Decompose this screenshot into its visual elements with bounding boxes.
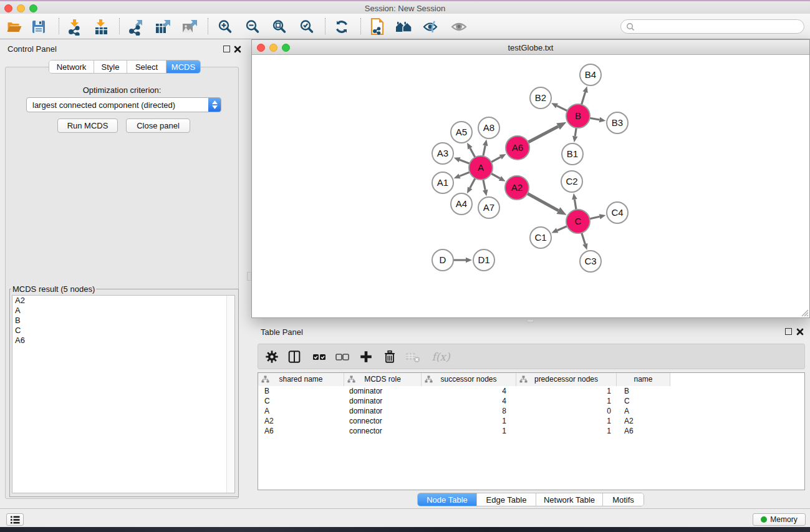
- graph-node-A8[interactable]: A8: [478, 117, 499, 138]
- control-panel-float-button[interactable]: [223, 46, 230, 52]
- table-row[interactable]: Bdominator41B: [258, 386, 804, 396]
- add-column-button[interactable]: [356, 347, 376, 366]
- result-list-item[interactable]: B: [12, 316, 234, 326]
- zoom-fit-button[interactable]: [269, 17, 289, 36]
- table-cell[interactable]: 1: [516, 426, 617, 436]
- zoom-in-button[interactable]: [215, 17, 235, 36]
- close-panel-button[interactable]: Close panel: [126, 118, 190, 133]
- tab-select[interactable]: Select: [127, 60, 166, 73]
- table-panel-float-button[interactable]: [785, 328, 792, 335]
- select-all-checks-button[interactable]: [309, 347, 329, 366]
- result-list-item[interactable]: A6: [12, 336, 234, 346]
- table-cell[interactable]: A: [617, 406, 670, 416]
- export-table-button[interactable]: [153, 17, 173, 36]
- table-cell[interactable]: 1: [516, 396, 617, 406]
- column-header[interactable]: predecessor nodes: [516, 373, 617, 386]
- list-scrollbar[interactable]: [226, 296, 234, 493]
- window-resize-grip[interactable]: [800, 308, 809, 317]
- zoom-selected-button[interactable]: [297, 17, 317, 36]
- table-cell[interactable]: connector: [344, 426, 422, 436]
- table-cell[interactable]: 1: [516, 416, 617, 426]
- tab-edge-table[interactable]: Edge Table: [477, 493, 536, 506]
- task-history-button[interactable]: [6, 513, 24, 526]
- table-cell[interactable]: A: [258, 406, 344, 416]
- tab-mcds[interactable]: MCDS: [166, 60, 200, 73]
- table-row[interactable]: Adominator80A: [258, 406, 804, 416]
- column-header[interactable]: successor nodes: [422, 373, 516, 386]
- graph-node-A7[interactable]: A7: [478, 197, 499, 218]
- export-network-button[interactable]: [126, 17, 146, 36]
- hide-unselected-button[interactable]: [421, 17, 441, 36]
- delete-column-button[interactable]: [380, 347, 400, 366]
- network-window-titlebar[interactable]: testGlobe.txt: [252, 40, 809, 55]
- function-builder-button-disabled[interactable]: f(x): [428, 347, 454, 366]
- graph-node-A6[interactable]: A6: [506, 136, 529, 160]
- network-canvas[interactable]: B4B2BB3A8A5A6A3B1AC2A1A2A4A7C4CC1C3DD1: [252, 55, 809, 317]
- graph-node-D1[interactable]: D1: [473, 249, 494, 271]
- column-layout-button[interactable]: [284, 347, 304, 366]
- table-row[interactable]: Cdominator41C: [258, 396, 804, 406]
- mcds-result-list[interactable]: A2ABCA6: [12, 295, 235, 493]
- table-settings-button[interactable]: [262, 347, 282, 366]
- search-field[interactable]: [620, 19, 804, 34]
- table-cell[interactable]: 8: [422, 406, 516, 416]
- table-cell[interactable]: C: [617, 396, 670, 406]
- criterion-dropdown[interactable]: largest connected component (directed): [26, 97, 221, 112]
- table-row[interactable]: A6connector11A6: [258, 426, 804, 436]
- graph-node-A5[interactable]: A5: [451, 122, 472, 143]
- table-cell[interactable]: 4: [422, 396, 516, 406]
- table-cell[interactable]: A2: [258, 416, 344, 426]
- delete-table-button-disabled[interactable]: [403, 347, 423, 366]
- panel-resize-handle[interactable]: [527, 319, 534, 322]
- table-row[interactable]: A2connector11A2: [258, 416, 804, 426]
- tab-node-table[interactable]: Node Table: [418, 493, 477, 506]
- search-input[interactable]: [635, 22, 804, 31]
- graph-node-C3[interactable]: C3: [580, 251, 601, 272]
- result-list-item[interactable]: A: [12, 306, 234, 316]
- control-panel-close-button[interactable]: [234, 46, 241, 53]
- table-cell[interactable]: A6: [258, 426, 344, 436]
- graph-node-C2[interactable]: C2: [561, 171, 582, 192]
- column-header[interactable]: MCDS role: [344, 373, 422, 386]
- import-network-button[interactable]: [65, 17, 85, 36]
- table-cell[interactable]: dominator: [344, 386, 422, 396]
- table-cell[interactable]: 4: [422, 386, 516, 396]
- graph-node-A2[interactable]: A2: [505, 176, 529, 200]
- tab-network-table[interactable]: Network Table: [536, 493, 603, 506]
- graph-node-A1[interactable]: A1: [432, 172, 453, 193]
- result-list-item[interactable]: A2: [12, 296, 234, 306]
- tab-motifs[interactable]: Motifs: [603, 493, 644, 506]
- table-cell[interactable]: 0: [516, 406, 617, 416]
- table-cell[interactable]: dominator: [344, 396, 422, 406]
- graph-node-B2[interactable]: B2: [530, 87, 551, 109]
- table-cell[interactable]: 1: [422, 416, 516, 426]
- table-cell[interactable]: connector: [344, 416, 422, 426]
- tab-style[interactable]: Style: [94, 60, 127, 73]
- graph-node-B4[interactable]: B4: [580, 64, 601, 85]
- table-cell[interactable]: B: [258, 386, 344, 396]
- import-table-button[interactable]: [91, 17, 111, 36]
- table-cell[interactable]: A6: [617, 426, 670, 436]
- network-vertical-scroll-thumb[interactable]: [247, 272, 251, 281]
- run-mcds-button[interactable]: Run MCDS: [57, 118, 118, 133]
- refresh-button[interactable]: [332, 17, 352, 36]
- graph-node-A[interactable]: A: [469, 156, 493, 180]
- tab-network[interactable]: Network: [49, 60, 94, 73]
- table-cell[interactable]: dominator: [344, 406, 422, 416]
- column-header[interactable]: name: [617, 373, 670, 386]
- table-panel-close-button[interactable]: [796, 328, 804, 336]
- home-button[interactable]: [394, 17, 414, 36]
- export-image-button[interactable]: [180, 17, 200, 36]
- graph-node-B3[interactable]: B3: [607, 112, 628, 133]
- save-session-button[interactable]: [29, 17, 49, 36]
- column-header[interactable]: shared name: [258, 373, 344, 386]
- memory-button[interactable]: Memory: [753, 513, 806, 526]
- graph-node-C1[interactable]: C1: [530, 227, 551, 248]
- table-cell[interactable]: C: [258, 396, 344, 406]
- network-from-file-button[interactable]: [367, 17, 387, 36]
- table-cell[interactable]: B: [617, 386, 670, 396]
- zoom-out-button[interactable]: [243, 17, 263, 36]
- table-cell[interactable]: 1: [422, 426, 516, 436]
- show-all-button[interactable]: [449, 17, 469, 36]
- table-cell[interactable]: 1: [516, 386, 617, 396]
